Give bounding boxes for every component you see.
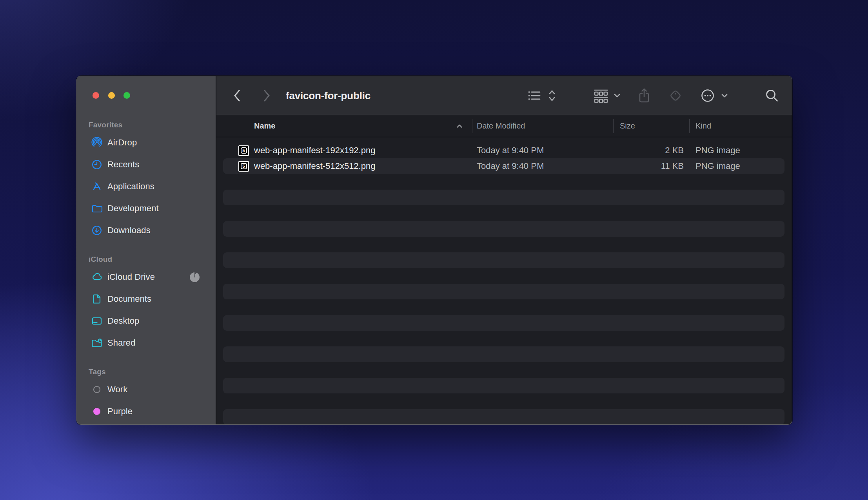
sidebar-item-label: AirDrop — [107, 138, 137, 148]
icloud-sync-progress-indicator — [190, 272, 200, 282]
empty-row-stripe — [216, 284, 792, 299]
sidebar-item-label: Shared — [107, 338, 136, 348]
sidebar-item-label: Development — [107, 203, 159, 214]
sidebar-item-documents[interactable]: Documents — [77, 288, 216, 310]
minimize-button[interactable] — [108, 92, 115, 99]
file-row[interactable]: 5 web-app-manifest-512x512.png Today at … — [216, 158, 792, 174]
window-title: favicon-for-public — [286, 76, 370, 115]
column-header-name[interactable]: Name — [254, 115, 275, 137]
sidebar-item-recents[interactable]: Recents — [77, 154, 216, 176]
column-header-row: Name Date Modified Size Kind — [216, 115, 792, 137]
file-thumbnail-icon: 5 — [238, 161, 249, 172]
empty-row-stripe — [216, 378, 792, 393]
toolbar: favicon-for-public — [216, 76, 792, 115]
sidebar-item-downloads[interactable]: Downloads — [77, 219, 216, 241]
file-row[interactable]: 5 web-app-manifest-192x192.png Today at … — [216, 143, 792, 158]
chevron-down-icon[interactable] — [614, 93, 621, 98]
list-view-icon[interactable] — [527, 89, 541, 102]
file-size: 2 KB — [665, 143, 684, 158]
sidebar-item-airdrop[interactable]: AirDrop — [77, 132, 216, 154]
maximize-button[interactable] — [123, 92, 130, 99]
sidebar-section-favorites: Favorites AirDrop — [77, 118, 216, 241]
column-header-size[interactable]: Size — [620, 115, 635, 137]
section-title: Favorites — [77, 118, 216, 132]
empty-row-stripe — [216, 346, 792, 362]
sidebar: Favorites AirDrop — [77, 76, 216, 424]
sidebar-item-tag-work[interactable]: Work — [77, 379, 216, 400]
empty-row-stripe — [216, 268, 792, 284]
desktop-wallpaper: Favorites AirDrop — [0, 0, 868, 500]
section-title: iCloud — [77, 253, 216, 266]
empty-row-stripe — [216, 205, 792, 221]
desktop-icon — [91, 315, 103, 327]
sidebar-item-label: Recents — [107, 159, 139, 170]
sort-ascending-icon — [456, 115, 463, 137]
column-header-date-modified[interactable]: Date Modified — [477, 115, 525, 137]
tag-circle-filled-icon — [91, 406, 103, 417]
sidebar-item-development[interactable]: Development — [77, 197, 216, 219]
sidebar-item-label: Downloads — [107, 225, 151, 236]
app-store-icon — [91, 181, 103, 192]
sidebar-item-label: Documents — [107, 294, 151, 304]
sidebar-item-label: Applications — [107, 181, 154, 192]
sidebar-item-label: Purple — [107, 406, 133, 417]
empty-row-stripe — [216, 237, 792, 252]
download-circle-icon — [91, 225, 103, 236]
sidebar-item-icloud-drive[interactable]: iCloud Drive — [77, 266, 216, 288]
file-date-modified: Today at 9:40 PM — [477, 143, 544, 158]
airdrop-icon — [91, 137, 103, 149]
more-actions-icon[interactable] — [700, 88, 715, 103]
empty-row-stripe — [216, 221, 792, 237]
column-divider[interactable] — [689, 119, 690, 133]
close-button[interactable] — [93, 92, 99, 99]
clock-icon — [91, 159, 103, 170]
finder-window: Favorites AirDrop — [76, 76, 792, 425]
empty-row-stripe — [216, 315, 792, 331]
file-size: 11 KB — [661, 158, 684, 174]
sidebar-item-desktop[interactable]: Desktop — [77, 310, 216, 332]
empty-row-stripe — [216, 409, 792, 424]
group-by-icon[interactable] — [593, 89, 609, 103]
file-kind: PNG image — [695, 143, 740, 158]
file-list: 5 web-app-manifest-192x192.png Today at … — [216, 137, 792, 424]
tag-circle-outline-icon — [91, 384, 103, 395]
file-name: web-app-manifest-192x192.png — [254, 145, 375, 156]
tag-icon[interactable] — [668, 88, 683, 103]
share-icon[interactable] — [638, 87, 650, 104]
folder-icon — [91, 203, 103, 214]
file-date-modified: Today at 9:40 PM — [477, 158, 544, 174]
sidebar-item-label: Desktop — [107, 316, 139, 326]
window-controls — [93, 92, 130, 99]
file-name: web-app-manifest-512x512.png — [254, 161, 375, 171]
sidebar-section-icloud: iCloud iCloud Drive — [77, 253, 216, 354]
empty-row-stripe — [216, 174, 792, 190]
file-thumbnail-icon: 5 — [238, 145, 249, 156]
back-button[interactable] — [232, 89, 243, 103]
sidebar-section-tags: Tags Work Purple — [77, 365, 216, 422]
empty-row-stripe — [216, 190, 792, 205]
empty-row-stripe — [216, 299, 792, 315]
main-content: favicon-for-public — [216, 76, 792, 424]
forward-button[interactable] — [260, 89, 272, 103]
empty-row-stripe — [216, 393, 792, 409]
sidebar-item-applications[interactable]: Applications — [77, 176, 216, 197]
shared-folder-icon — [91, 337, 103, 349]
cloud-icon — [91, 271, 103, 283]
empty-row-stripe — [216, 252, 792, 268]
sidebar-item-label: iCloud Drive — [107, 272, 155, 282]
empty-row-stripe — [216, 362, 792, 378]
column-header-kind[interactable]: Kind — [695, 115, 711, 137]
sidebar-item-tag-purple[interactable]: Purple — [77, 400, 216, 422]
view-stepper-icon[interactable] — [548, 89, 556, 102]
document-icon — [91, 293, 103, 305]
column-divider[interactable] — [472, 119, 472, 133]
file-kind: PNG image — [695, 158, 740, 174]
column-divider[interactable] — [613, 119, 614, 133]
section-title: Tags — [77, 365, 216, 379]
sidebar-item-shared[interactable]: Shared — [77, 332, 216, 354]
empty-row-stripe — [216, 331, 792, 346]
search-icon[interactable] — [764, 88, 779, 103]
chevron-down-icon[interactable] — [721, 93, 728, 98]
sidebar-item-label: Work — [107, 384, 127, 395]
